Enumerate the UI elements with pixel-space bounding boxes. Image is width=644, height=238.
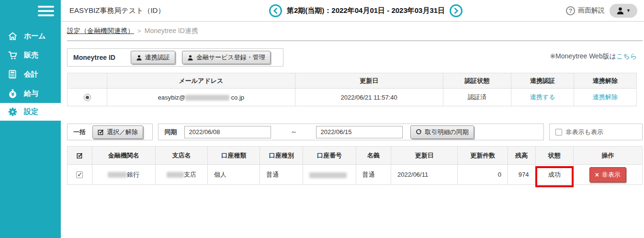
- moneytree-web-link[interactable]: こちら: [616, 52, 637, 60]
- sidebar-item-label: 設定: [24, 107, 38, 116]
- account-number-cell: [303, 165, 356, 185]
- period-navigator: 第2期(当期)：2022年04月01日 - 2023年03月31日: [269, 4, 463, 17]
- select-column-header: [68, 147, 92, 165]
- calculator-icon: [7, 69, 18, 79]
- question-circle-icon: ?: [566, 6, 575, 15]
- hide-button[interactable]: × 非表示: [589, 167, 626, 182]
- show-hidden-label: 非表示も表示: [566, 128, 603, 136]
- account-category-cell: 個人: [208, 165, 260, 185]
- sidebar-item-label: ホーム: [24, 32, 46, 41]
- sidebar-item-settings[interactable]: 設定: [0, 103, 61, 121]
- user-icon: [616, 7, 624, 15]
- sidebar-item-accounting[interactable]: 会計: [0, 65, 61, 84]
- auth-status-cell: 認証済: [443, 89, 511, 106]
- breadcrumb-separator: ＞: [136, 27, 143, 34]
- column-header-branch: 支店名: [155, 147, 207, 165]
- row-checkbox[interactable]: [76, 171, 83, 178]
- account-radio[interactable]: [84, 94, 91, 101]
- user-icon: [187, 55, 193, 61]
- column-header-updated: 更新日: [295, 73, 443, 89]
- caret-down-icon: ▼: [626, 8, 631, 13]
- period-label: 第2期(当期)：2022年04月01日 - 2023年03月31日: [287, 6, 445, 15]
- next-period-button[interactable]: [450, 4, 463, 17]
- financial-service-manage-button[interactable]: 金融サービス登録・管理: [182, 51, 271, 64]
- breadcrumb-link-settings[interactable]: 設定（金融機関連携）: [67, 27, 134, 34]
- column-header-actions: 操作: [573, 147, 642, 165]
- breadcrumb-current: Moneytree ID連携: [145, 27, 198, 34]
- bulk-select-panel: 一括 選択／解除: [67, 124, 153, 140]
- status-cell: 成功: [535, 165, 573, 185]
- sync-panel: 同期 ～ 取引明細の同期: [158, 124, 543, 140]
- check-square-icon: [98, 129, 104, 135]
- column-header-account-type: 口座種別: [260, 147, 303, 165]
- sync-date-from-input[interactable]: [184, 126, 271, 138]
- sync-date-to-input[interactable]: [316, 126, 403, 138]
- sidebar: ホーム 販売 会計 ¥ 給与 設定: [0, 0, 61, 238]
- user-icon: [136, 55, 142, 61]
- breadcrumb: 設定（金融機関連携） ＞ Moneytree ID連携: [67, 27, 643, 35]
- user-menu-button[interactable]: ▼: [610, 4, 637, 18]
- page-title: EASYBIZ事務局テスト（ID）: [69, 6, 165, 15]
- moneytree-id-panel: Moneytree ID 連携認証 金融サービス登録・管理: [67, 48, 283, 67]
- holder-cell: 普通: [356, 165, 391, 185]
- screen-help-label: 画面解説: [578, 6, 605, 15]
- close-icon: ×: [595, 171, 599, 178]
- sidebar-item-label: 会計: [24, 70, 38, 79]
- sidebar-item-payroll[interactable]: ¥ 給与: [0, 84, 61, 103]
- main-content: 設定（金融機関連携） ＞ Moneytree ID連携 Moneytree ID…: [61, 22, 644, 185]
- bank-name-cell: 銀行: [92, 165, 155, 185]
- screen-help-button[interactable]: ? 画面解説: [566, 6, 605, 15]
- redacted-text: [167, 172, 184, 178]
- redacted-text: [108, 172, 127, 178]
- column-header-email: メールアドレス: [107, 73, 295, 89]
- home-icon: [7, 31, 18, 41]
- show-hidden-checkbox[interactable]: [555, 129, 562, 136]
- moneytree-id-label: Moneytree ID: [73, 54, 115, 61]
- column-header-account-category: 口座種類: [208, 147, 260, 165]
- moneytree-account-table: メールアドレス 更新日 認証状態 連携認証 連携解除 easybiz@ co.j…: [67, 73, 637, 106]
- top-header: EASYBIZ事務局テスト（ID） 第2期(当期)：2022年04月01日 - …: [61, 0, 644, 22]
- sidebar-item-home[interactable]: ホーム: [0, 26, 61, 45]
- column-header-holder: 名義: [356, 147, 391, 165]
- hamburger-menu-button[interactable]: [0, 0, 61, 22]
- divider: [67, 40, 643, 41]
- column-header-auth-status: 認証状態: [443, 73, 511, 89]
- sidebar-item-label: 販売: [24, 51, 38, 60]
- hamburger-icon: [38, 3, 54, 19]
- column-header-bank: 金融機関名: [92, 147, 155, 165]
- column-header-balance: 残高: [508, 147, 535, 165]
- link-auth-link[interactable]: 連携する: [530, 93, 555, 101]
- date-range-tilde: ～: [279, 128, 308, 136]
- account-type-cell: 普通: [260, 165, 303, 185]
- column-header-link-auth: 連携認証: [511, 73, 574, 89]
- column-header-link-release: 連携解除: [574, 73, 637, 89]
- bulk-label: 一括: [73, 128, 86, 136]
- check-square-icon: [77, 152, 83, 159]
- link-auth-button[interactable]: 連携認証: [131, 51, 175, 64]
- column-header-account-number: 口座番号: [303, 147, 356, 165]
- redacted-text: [309, 172, 347, 178]
- branch-name-cell: 支店: [155, 165, 207, 185]
- table-row: easybiz@ co.jp 2022/06/21 11:57:40 認証済 連…: [68, 89, 637, 106]
- previous-period-button[interactable]: [269, 4, 282, 17]
- radio-column-header: [68, 73, 107, 89]
- redacted-text: [185, 95, 229, 101]
- table-header-row: メールアドレス 更新日 認証状態 連携認証 連携解除: [68, 73, 637, 89]
- sync-label: 同期: [164, 128, 177, 136]
- update-count-cell: 0: [458, 165, 508, 185]
- money-bag-icon: ¥: [7, 88, 18, 99]
- sync-transactions-button[interactable]: 取引明細の同期: [410, 125, 474, 139]
- bulk-controls: 一括 選択／解除 同期 ～ 取引明細の同期 非表示も表示: [67, 124, 643, 140]
- column-header-update-count: 更新件数: [458, 147, 508, 165]
- balance-cell: 974: [508, 165, 535, 185]
- moneytree-web-note: ※Moneytree Web版はこちら: [550, 48, 643, 61]
- show-hidden-panel: 非表示も表示: [549, 124, 643, 140]
- select-deselect-button[interactable]: 選択／解除: [92, 125, 143, 139]
- updated-cell: 2022/06/21 11:57:40: [295, 89, 443, 106]
- table-row: 銀行 支店 個人 普通 普通 2022/06/11 0 974 成功 × 非表示: [68, 165, 643, 185]
- bank-account-table: 金融機関名 支店名 口座種類 口座種別 口座番号 名義 更新日 更新件数 残高 …: [67, 146, 643, 185]
- column-header-updated: 更新日: [391, 147, 458, 165]
- link-release-link[interactable]: 連携解除: [593, 93, 618, 101]
- sidebar-item-sales[interactable]: 販売: [0, 45, 61, 65]
- cart-icon: [7, 50, 18, 60]
